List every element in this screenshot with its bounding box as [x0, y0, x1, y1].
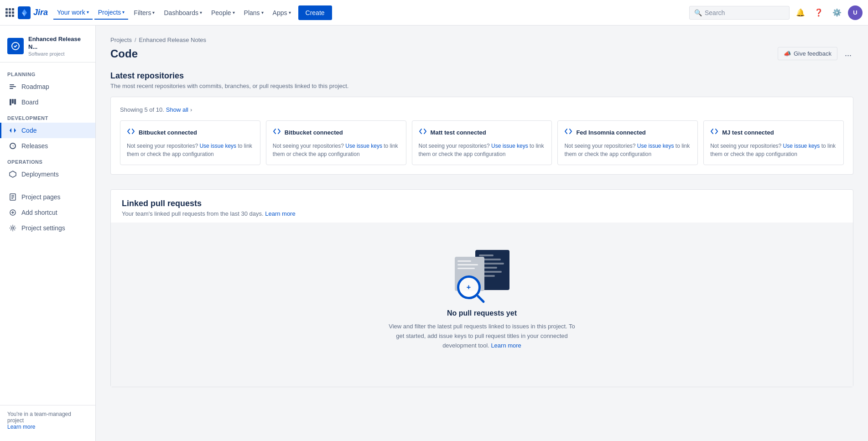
empty-learn-more-link[interactable]: Learn more — [491, 342, 521, 349]
repo-name: Bitbucket connected — [285, 129, 343, 136]
feedback-icon: 📣 — [784, 50, 791, 57]
sidebar-item-roadmap[interactable]: Roadmap — [0, 79, 95, 94]
page-layout: Enhanced Release N... Software project P… — [0, 0, 868, 441]
chevron-down-icon: ▾ — [122, 10, 125, 15]
show-all-link[interactable]: Show all — [166, 106, 188, 113]
repo-desc: Not seeing your repositories? Use issue … — [127, 142, 254, 158]
sidebar-item-project-pages[interactable]: Project pages — [0, 189, 95, 205]
nav-people[interactable]: People ▾ — [208, 6, 239, 19]
chevron-down-icon: ▾ — [200, 10, 202, 15]
nav-plans[interactable]: Plans ▾ — [240, 6, 267, 19]
releases-label: Releases — [21, 142, 48, 150]
add-shortcut-icon — [9, 208, 17, 217]
project-name: Enhanced Release N... — [28, 36, 88, 51]
repo-code-icon — [419, 127, 427, 137]
code-label: Code — [21, 127, 36, 134]
breadcrumb-projects-link[interactable]: Projects — [110, 36, 132, 43]
repos-header: Showing 5 of 10. Show all › — [120, 106, 844, 113]
learn-more-pr-link[interactable]: Learn more — [265, 210, 295, 217]
chevron-down-icon: ▾ — [87, 10, 89, 15]
latest-repos-section: Latest repositories The most recent repo… — [110, 71, 853, 175]
nav-apps[interactable]: Apps ▾ — [269, 6, 295, 19]
nav-your-work[interactable]: Your work ▾ — [53, 6, 93, 20]
use-issue-keys-link[interactable]: Use issue keys — [199, 143, 236, 149]
help-icon[interactable]: ❓ — [811, 5, 826, 20]
more-options-button[interactable]: ... — [843, 47, 853, 60]
showing-text: Showing 5 of 10. — [120, 106, 164, 113]
user-avatar[interactable]: U — [848, 5, 863, 20]
breadcrumb-separator: / — [135, 36, 136, 43]
latest-repos-desc: The most recent repositories with commit… — [110, 83, 853, 89]
main-content: Projects / Enhanced Release Notes Code 📣… — [96, 26, 868, 441]
repo-card-header: MJ test connected — [710, 127, 837, 137]
sidebar-item-project-settings[interactable]: Project settings — [0, 220, 95, 236]
chevron-down-icon: ▾ — [261, 10, 264, 15]
repo-name: Matt test connected — [431, 129, 486, 136]
repo-desc: Not seeing your repositories? Use issue … — [564, 142, 691, 158]
notifications-icon[interactable]: 🔔 — [793, 5, 808, 20]
settings-icon[interactable]: ⚙️ — [830, 5, 844, 20]
sidebar-item-board[interactable]: Board — [0, 94, 95, 110]
nav-projects[interactable]: Projects ▾ — [94, 6, 129, 20]
app-switcher-icon[interactable] — [5, 8, 14, 17]
chevron-down-icon: ▾ — [233, 10, 235, 15]
repo-code-icon — [127, 127, 135, 137]
repo-card: MJ test connected Not seeing your reposi… — [703, 120, 844, 165]
give-feedback-button[interactable]: 📣 Give feedback — [778, 47, 837, 60]
project-pages-icon — [9, 193, 17, 201]
page-actions: 📣 Give feedback ... — [778, 47, 853, 60]
development-section-label: DEVELOPMENT — [0, 110, 95, 123]
svg-rect-6 — [12, 99, 14, 104]
search-box[interactable]: 🔍 Search — [689, 6, 790, 20]
svg-point-16 — [12, 227, 14, 229]
board-icon — [9, 98, 17, 106]
project-type: Software project — [28, 51, 88, 57]
jira-logo[interactable]: Jira — [18, 6, 48, 19]
top-navigation: Jira Your work ▾ Projects ▾ Filters ▾ Da… — [0, 0, 868, 26]
add-shortcut-label: Add shortcut — [21, 209, 57, 216]
use-issue-keys-link[interactable]: Use issue keys — [637, 143, 674, 149]
repo-code-icon — [564, 127, 572, 137]
nav-dashboards[interactable]: Dashboards ▾ — [160, 6, 206, 19]
repo-card-header: Fed Insomnia connected — [564, 127, 691, 137]
repo-desc: Not seeing your repositories? Use issue … — [710, 142, 837, 158]
roadmap-label: Roadmap — [21, 83, 49, 90]
repo-card-header: Matt test connected — [419, 127, 546, 137]
sidebar-bottom: You're in a team-managed project Learn m… — [0, 405, 95, 436]
learn-more-link[interactable]: Learn more — [7, 424, 35, 430]
search-icon: 🔍 — [694, 9, 702, 16]
linked-pr-desc: Your team's linked pull requests from th… — [122, 210, 842, 217]
chevron-down-icon: ▾ — [152, 10, 155, 15]
svg-rect-5 — [10, 99, 11, 105]
repo-code-icon — [273, 127, 281, 137]
linked-pr-section: Linked pull requests Your team's linked … — [110, 189, 853, 387]
empty-state: + No pull requests yet View and filter t… — [111, 223, 853, 387]
sidebar-item-releases[interactable]: Releases — [0, 138, 95, 154]
chevron-down-icon: ▾ — [289, 10, 291, 15]
releases-icon — [9, 142, 17, 150]
use-issue-keys-link[interactable]: Use issue keys — [783, 143, 820, 149]
code-icon — [9, 126, 17, 135]
repo-desc: Not seeing your repositories? Use issue … — [273, 142, 400, 158]
repo-desc: Not seeing your repositories? Use issue … — [419, 142, 546, 158]
repo-card-header: Bitbucket connected — [127, 127, 254, 137]
use-issue-keys-link[interactable]: Use issue keys — [491, 143, 528, 149]
repo-name: Fed Insomnia connected — [576, 129, 645, 136]
repo-card: Bitbucket connected Not seeing your repo… — [120, 120, 260, 165]
project-settings-icon — [9, 224, 17, 232]
empty-state-title: No pull requests yet — [447, 309, 517, 317]
use-issue-keys-link[interactable]: Use issue keys — [345, 143, 382, 149]
roadmap-icon — [9, 83, 17, 91]
sidebar-item-code[interactable]: Code — [0, 123, 95, 138]
repos-container: Showing 5 of 10. Show all › Bitbucket co… — [110, 97, 853, 175]
page-header: Code 📣 Give feedback ... — [110, 47, 853, 60]
svg-rect-4 — [10, 88, 13, 89]
jira-wordmark: Jira — [33, 8, 48, 17]
sidebar-item-add-shortcut[interactable]: Add shortcut — [0, 205, 95, 220]
arrow-icon: › — [190, 106, 192, 113]
project-pages-label: Project pages — [21, 193, 61, 201]
create-button[interactable]: Create — [298, 5, 332, 20]
nav-filters[interactable]: Filters ▾ — [130, 6, 158, 19]
repo-card: Fed Insomnia connected Not seeing your r… — [557, 120, 698, 165]
sidebar-item-deployments[interactable]: Deployments — [0, 166, 95, 182]
